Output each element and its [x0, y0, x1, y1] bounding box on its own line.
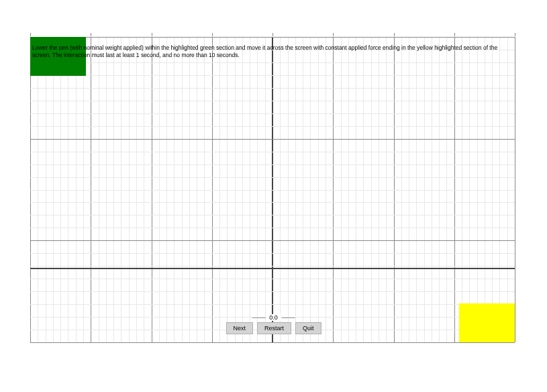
pressure-grid-canvas[interactable]	[30, 37, 515, 342]
restart-button[interactable]: Restart	[257, 322, 291, 334]
next-button[interactable]: Next	[226, 322, 253, 334]
control-button-bar: Next Restart Quit	[226, 322, 321, 334]
top-tick-row	[30, 33, 515, 36]
instruction-text: Lower the pen (with nominal weight appli…	[32, 44, 515, 59]
quit-button[interactable]: Quit	[295, 322, 321, 334]
grid-lines	[30, 37, 515, 342]
current-value-readout: 0.0	[266, 314, 281, 321]
end-zone-highlight	[459, 303, 515, 342]
